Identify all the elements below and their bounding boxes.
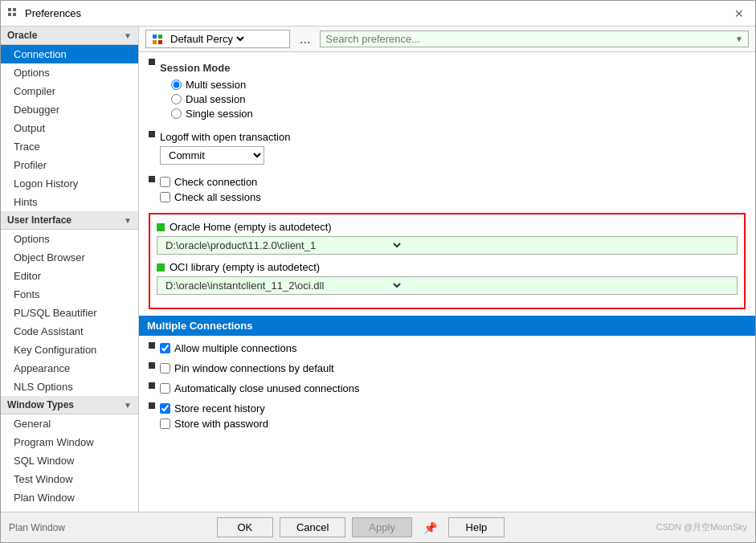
oracle-home-dropdown[interactable]: D:\oracle\product\11.2.0\client_1 xyxy=(162,239,403,252)
sidebar-item-program-window[interactable]: Program Window xyxy=(1,433,138,451)
sidebar-item-test-window[interactable]: Test Window xyxy=(1,470,138,488)
check-marker xyxy=(149,176,155,182)
oci-library-indicator xyxy=(157,263,165,272)
pin-window-label: Pin window connections by default xyxy=(174,362,334,374)
sidebar-item-object-browser[interactable]: Object Browser xyxy=(1,248,138,267)
allow-multiple-label: Allow multiple connections xyxy=(174,342,296,354)
search-arrow-icon[interactable]: ▼ xyxy=(735,35,743,43)
sidebar-item-options-oracle[interactable]: Options xyxy=(1,63,138,82)
logoff-dropdown[interactable]: Commit Rollback Ask xyxy=(160,146,264,165)
check-connection-label: Check connection xyxy=(174,176,257,188)
session-mode-label: Session Mode xyxy=(160,62,253,74)
radio-dual-session[interactable]: Dual session xyxy=(171,93,253,105)
watermark: CSDN @月空MoonSky xyxy=(656,521,747,533)
radio-multi-session-label: Multi session xyxy=(186,79,246,91)
ok-button[interactable]: OK xyxy=(217,517,273,537)
auto-close-marker xyxy=(149,382,155,389)
sidebar-item-general[interactable]: General xyxy=(1,414,138,433)
radio-multi-session[interactable]: Multi session xyxy=(171,79,253,91)
sidebar-section-ui-arrow: ▼ xyxy=(124,216,132,225)
title-bar-left: Preferences xyxy=(7,7,81,20)
sidebar-section-window-types-label: Window Types xyxy=(7,399,74,410)
sidebar-item-plsql-beautifier[interactable]: PL/SQL Beautifier xyxy=(1,304,138,322)
apply-button[interactable]: Apply xyxy=(352,517,412,537)
sidebar-item-editor[interactable]: Editor xyxy=(1,267,138,285)
store-with-password[interactable]: Store with password xyxy=(160,418,268,430)
profile-dropdown[interactable]: Default Percy xyxy=(167,32,247,46)
radio-single-session-label: Single session xyxy=(186,108,253,120)
main-toolbar: Default Percy ... ▼ xyxy=(139,27,755,52)
bottom-buttons: OK Cancel Apply 📌 Help xyxy=(217,517,505,537)
sidebar-item-options-ui[interactable]: Options xyxy=(1,230,138,248)
auto-close-connections[interactable]: Automatically close unused connections xyxy=(160,382,360,394)
session-mode-marker xyxy=(149,59,155,65)
search-input[interactable] xyxy=(325,33,735,45)
plan-window-label: Plan Window xyxy=(9,522,65,533)
sidebar-item-output[interactable]: Output xyxy=(1,119,138,137)
logoff-section: Logoff with open transaction Commit Roll… xyxy=(149,131,746,171)
help-button[interactable]: Help xyxy=(448,517,505,537)
oracle-home-section: Oracle Home (empty is autodetect) D:\ora… xyxy=(157,221,738,255)
sidebar: Oracle ▼ Connection Options Compiler Deb… xyxy=(1,27,139,512)
oracle-home-label-text: Oracle Home (empty is autodetect) xyxy=(170,221,332,233)
pin-window-connections[interactable]: Pin window connections by default xyxy=(160,362,334,374)
sidebar-item-plan-window[interactable]: Plan Window xyxy=(1,488,138,507)
oracle-home-path-select: D:\oracle\product\11.2.0\client_1 xyxy=(157,236,738,255)
sidebar-item-hints[interactable]: Hints xyxy=(1,193,138,211)
oci-library-dropdown[interactable]: D:\oracle\instantclient_11_2\oci.dll xyxy=(162,279,403,292)
pin-window-marker xyxy=(149,362,155,369)
title-bar: Preferences ✕ xyxy=(1,1,755,27)
store-with-password-label: Store with password xyxy=(174,418,268,430)
logoff-label: Logoff with open transaction xyxy=(160,131,290,143)
store-recent-marker xyxy=(149,402,155,409)
close-button[interactable]: ✕ xyxy=(729,6,749,22)
bottom-left-info: Plan Window xyxy=(9,522,65,533)
multiple-connections-label: Multiple Connections xyxy=(147,320,252,332)
sidebar-item-nls-options[interactable]: NLS Options xyxy=(1,378,138,396)
search-box: ▼ xyxy=(320,31,749,47)
sidebar-item-appearance[interactable]: Appearance xyxy=(1,359,138,378)
sidebar-section-oracle[interactable]: Oracle ▼ xyxy=(1,27,138,45)
allow-multiple-row: Allow multiple connections xyxy=(149,342,746,357)
svg-rect-6 xyxy=(153,40,157,44)
bottom-toolbar: Plan Window OK Cancel Apply 📌 Help CSDN … xyxy=(1,512,755,542)
sidebar-item-sql-window[interactable]: SQL Window xyxy=(1,451,138,470)
sidebar-item-trace[interactable]: Trace xyxy=(1,137,138,156)
store-recent-history[interactable]: Store recent history xyxy=(160,402,268,414)
auto-close-row: Automatically close unused connections xyxy=(149,382,746,398)
allow-multiple-marker xyxy=(149,342,155,349)
oracle-home-indicator xyxy=(157,223,165,231)
sidebar-section-ui[interactable]: User Interface ▼ xyxy=(1,211,138,230)
sidebar-item-fonts[interactable]: Fonts xyxy=(1,285,138,304)
svg-rect-5 xyxy=(158,35,162,39)
svg-rect-7 xyxy=(158,40,162,44)
sidebar-item-debugger[interactable]: Debugger xyxy=(1,100,138,119)
sidebar-section-window-types[interactable]: Window Types ▼ xyxy=(1,396,138,414)
check-all-sessions-label: Check all sessions xyxy=(174,191,261,203)
allow-multiple-connections[interactable]: Allow multiple connections xyxy=(160,342,296,354)
pin-icon[interactable]: 📌 xyxy=(419,520,442,536)
check-connection-checkbox[interactable]: Check connection xyxy=(160,176,261,188)
check-connection-row: Check connection Check all sessions xyxy=(149,176,746,206)
cancel-button[interactable]: Cancel xyxy=(280,517,345,537)
svg-rect-2 xyxy=(8,13,11,16)
toolbar-more-button[interactable]: ... xyxy=(295,31,315,48)
sidebar-item-key-configuration[interactable]: Key Configuration xyxy=(1,341,138,359)
store-recent-label: Store recent history xyxy=(174,402,265,414)
profile-selector[interactable]: Default Percy xyxy=(145,30,290,48)
main-content: Session Mode Multi session Dual session xyxy=(139,52,755,512)
sidebar-item-logon-history[interactable]: Logon History xyxy=(1,174,138,193)
oracle-home-label-row: Oracle Home (empty is autodetect) xyxy=(157,221,738,233)
profile-icon xyxy=(151,33,164,46)
preferences-icon xyxy=(7,7,20,20)
dialog-title: Preferences xyxy=(25,7,81,19)
sidebar-item-code-assistant[interactable]: Code Assistant xyxy=(1,322,138,341)
oracle-config-box: Oracle Home (empty is autodetect) D:\ora… xyxy=(149,213,746,309)
check-all-sessions-checkbox[interactable]: Check all sessions xyxy=(160,191,261,203)
svg-rect-4 xyxy=(153,35,157,39)
sidebar-item-profiler[interactable]: Profiler xyxy=(1,156,138,174)
auto-close-label: Automatically close unused connections xyxy=(174,382,360,394)
sidebar-item-connection[interactable]: Connection xyxy=(1,45,138,63)
sidebar-item-compiler[interactable]: Compiler xyxy=(1,82,138,100)
radio-single-session[interactable]: Single session xyxy=(171,108,253,120)
